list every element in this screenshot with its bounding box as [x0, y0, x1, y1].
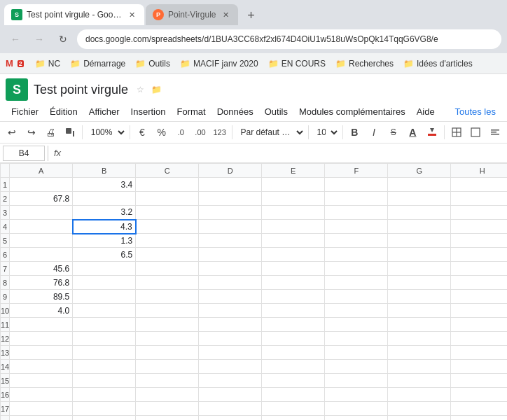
all-extensions-link[interactable]: Toutes les: [449, 104, 501, 120]
bold-button[interactable]: B: [345, 123, 363, 141]
col-header-f[interactable]: F: [325, 164, 388, 178]
cell-11-B[interactable]: [73, 318, 136, 332]
cell-10-E[interactable]: [262, 304, 325, 318]
cell-7-B[interactable]: [73, 262, 136, 276]
cell-2-F[interactable]: [325, 192, 388, 206]
menu-edition[interactable]: Édition: [44, 104, 83, 120]
cell-4-A[interactable]: [10, 220, 73, 234]
cell-15-E[interactable]: [262, 374, 325, 388]
bookmark-en-cours[interactable]: 📁 EN COURS: [264, 57, 330, 70]
cell-9-C[interactable]: [136, 290, 199, 304]
cell-6-A[interactable]: [10, 248, 73, 262]
redo-button[interactable]: ↪: [22, 123, 41, 141]
cell-6-G[interactable]: [388, 248, 451, 262]
cell-12-H[interactable]: [451, 332, 507, 346]
cell-1-B[interactable]: 3.4: [73, 178, 136, 192]
cell-8-H[interactable]: [451, 276, 507, 290]
cell-17-C[interactable]: [136, 402, 199, 416]
cell-4-F[interactable]: [325, 220, 388, 234]
cell-10-D[interactable]: [199, 304, 262, 318]
bookmark-outils[interactable]: 📁 Outils: [131, 57, 174, 70]
forward-button[interactable]: →: [29, 29, 49, 49]
cell-15-F[interactable]: [325, 374, 388, 388]
col-header-g[interactable]: G: [388, 164, 451, 178]
cell-17-E[interactable]: [262, 402, 325, 416]
cell-7-F[interactable]: [325, 262, 388, 276]
cell-1-D[interactable]: [199, 178, 262, 192]
cell-18-C[interactable]: [136, 416, 199, 421]
menu-format[interactable]: Format: [171, 104, 211, 120]
cell-9-H[interactable]: [451, 290, 507, 304]
cell-14-B[interactable]: [73, 360, 136, 374]
strikethrough-button[interactable]: S: [384, 123, 403, 141]
menu-modules[interactable]: Modules complémentaires: [293, 104, 411, 120]
cell-4-E[interactable]: [262, 220, 325, 234]
cell-14-D[interactable]: [199, 360, 262, 374]
menu-afficher[interactable]: Afficher: [83, 104, 125, 120]
underline-button[interactable]: A: [404, 123, 422, 141]
cell-3-H[interactable]: [451, 206, 507, 220]
cell-12-F[interactable]: [325, 332, 388, 346]
cell-13-B[interactable]: [73, 346, 136, 360]
col-header-c[interactable]: C: [136, 164, 199, 178]
cell-5-D[interactable]: [199, 234, 262, 248]
currency-button[interactable]: €: [133, 123, 151, 141]
paint-format-button[interactable]: [61, 123, 79, 141]
cell-2-G[interactable]: [388, 192, 451, 206]
cell-3-F[interactable]: [325, 206, 388, 220]
cell-1-A[interactable]: [10, 178, 73, 192]
cell-2-A[interactable]: 67.8: [10, 192, 73, 206]
cell-12-A[interactable]: [10, 332, 73, 346]
cell-5-C[interactable]: [136, 234, 199, 248]
pv-tab-close[interactable]: ✕: [220, 9, 231, 20]
menu-fichier[interactable]: Fichier: [6, 104, 44, 120]
cell-16-G[interactable]: [388, 388, 451, 402]
cell-15-C[interactable]: [136, 374, 199, 388]
cell-15-A[interactable]: [10, 374, 73, 388]
cell-15-H[interactable]: [451, 374, 507, 388]
cell-2-B[interactable]: [73, 192, 136, 206]
cell-14-H[interactable]: [451, 360, 507, 374]
cell-5-B[interactable]: 1.3: [73, 234, 136, 248]
cell-17-D[interactable]: [199, 402, 262, 416]
cell-5-G[interactable]: [388, 234, 451, 248]
cell-5-A[interactable]: [10, 234, 73, 248]
cell-12-B[interactable]: [73, 332, 136, 346]
cell-17-H[interactable]: [451, 402, 507, 416]
decimal00-button[interactable]: .00: [191, 123, 209, 141]
cell-3-D[interactable]: [199, 206, 262, 220]
cell-16-F[interactable]: [325, 388, 388, 402]
cell-4-H[interactable]: [451, 220, 507, 234]
cell-12-G[interactable]: [388, 332, 451, 346]
cell-18-H[interactable]: [451, 416, 507, 421]
cell-16-C[interactable]: [136, 388, 199, 402]
align-button[interactable]: [486, 123, 504, 141]
cell-7-H[interactable]: [451, 262, 507, 276]
cell-5-H[interactable]: [451, 234, 507, 248]
cell-4-B[interactable]: 4.3: [73, 220, 136, 234]
cell-10-B[interactable]: [73, 304, 136, 318]
cell-17-F[interactable]: [325, 402, 388, 416]
cell-9-D[interactable]: [199, 290, 262, 304]
bookmark-idees[interactable]: 📁 Idées d'articles: [399, 57, 477, 70]
cell-13-D[interactable]: [199, 346, 262, 360]
cell-7-C[interactable]: [136, 262, 199, 276]
new-tab-button[interactable]: +: [241, 6, 261, 25]
cell-16-A[interactable]: [10, 388, 73, 402]
back-button[interactable]: ←: [6, 29, 25, 49]
cell-16-E[interactable]: [262, 388, 325, 402]
folder-icon[interactable]: 📁: [151, 85, 162, 94]
cell-6-B[interactable]: 6.5: [73, 248, 136, 262]
cell-2-H[interactable]: [451, 192, 507, 206]
cell-18-F[interactable]: [325, 416, 388, 421]
cell-3-A[interactable]: [10, 206, 73, 220]
cell-14-E[interactable]: [262, 360, 325, 374]
cell-14-C[interactable]: [136, 360, 199, 374]
cell-7-A[interactable]: 45.6: [10, 262, 73, 276]
cell-14-F[interactable]: [325, 360, 388, 374]
cell-13-E[interactable]: [262, 346, 325, 360]
cell-16-D[interactable]: [199, 388, 262, 402]
formula-input[interactable]: [64, 146, 504, 161]
bookmark-nc[interactable]: 📁 NC: [31, 57, 64, 70]
borders-button[interactable]: [447, 123, 466, 141]
